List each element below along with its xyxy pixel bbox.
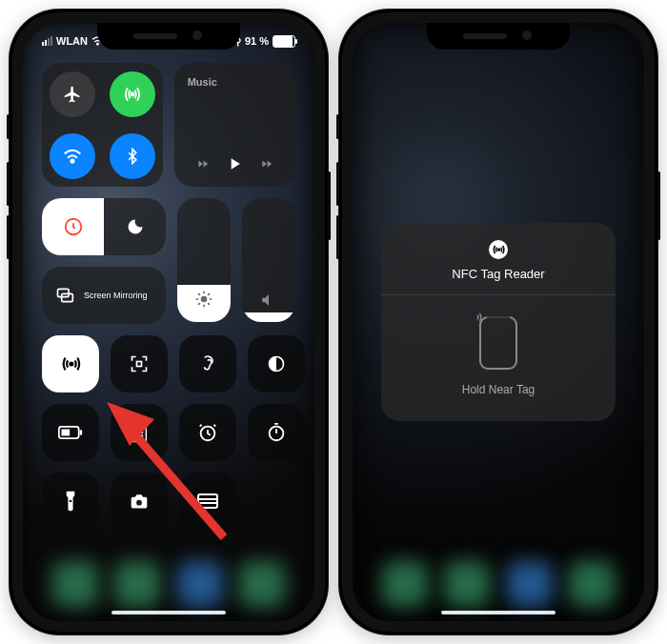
alarm-button[interactable] <box>179 404 236 461</box>
screen-mirroring-icon <box>53 286 76 305</box>
volume-down-button[interactable] <box>336 215 339 259</box>
home-indicator[interactable] <box>111 611 226 614</box>
screen-mirroring-button[interactable]: Screen Mirroring <box>42 267 166 324</box>
side-button[interactable] <box>657 171 660 240</box>
wallet-button[interactable] <box>179 473 236 530</box>
ear-icon <box>198 354 217 373</box>
controls-grid <box>42 335 295 530</box>
flashlight-button[interactable] <box>42 473 99 530</box>
svg-line-13 <box>198 303 200 305</box>
timer-icon <box>266 422 287 443</box>
focus-tile <box>42 198 166 255</box>
screen-mirroring-label: Screen Mirroring <box>84 291 148 300</box>
svg-point-31 <box>70 500 72 503</box>
svg-point-38 <box>498 249 500 251</box>
play-icon[interactable] <box>225 154 244 173</box>
svg-point-0 <box>97 43 99 45</box>
notch <box>97 23 240 50</box>
volume-up-button[interactable] <box>7 162 10 206</box>
popup-hint: Hold Near Tag <box>462 383 536 396</box>
svg-point-2 <box>71 159 73 162</box>
low-power-mode-button[interactable] <box>42 404 99 461</box>
battery-icon <box>273 35 295 48</box>
volume-icon <box>260 292 277 309</box>
do-not-disturb-toggle[interactable] <box>104 198 166 255</box>
dark-mode-icon <box>267 354 286 373</box>
wallet-icon <box>196 493 219 510</box>
svg-point-23 <box>135 432 136 433</box>
mute-switch[interactable] <box>7 114 10 139</box>
orientation-lock-toggle[interactable] <box>42 198 104 255</box>
svg-point-25 <box>141 432 142 433</box>
brightness-icon <box>194 290 213 309</box>
dark-mode-button[interactable] <box>248 335 305 392</box>
nfc-tag-reader-button[interactable] <box>42 335 99 392</box>
qr-icon <box>130 354 149 373</box>
volume-up-button[interactable] <box>336 162 339 206</box>
cellular-data-toggle[interactable] <box>110 71 155 117</box>
home-indicator[interactable] <box>441 611 556 614</box>
calculator-button[interactable] <box>111 404 168 461</box>
wifi-toggle[interactable] <box>50 133 95 179</box>
svg-point-32 <box>136 500 142 506</box>
svg-rect-33 <box>198 494 217 508</box>
media-tile[interactable]: Music <box>174 63 295 187</box>
svg-point-26 <box>135 435 136 436</box>
media-title: Music <box>188 76 282 88</box>
volume-down-button[interactable] <box>7 215 10 259</box>
nfc-icon <box>60 353 81 374</box>
svg-point-28 <box>141 435 142 436</box>
hearing-button[interactable] <box>179 335 236 392</box>
calculator-icon <box>131 422 148 443</box>
svg-point-1 <box>131 92 133 95</box>
mute-switch[interactable] <box>336 114 339 139</box>
nfc-wave-icon <box>472 311 485 324</box>
svg-rect-19 <box>80 430 83 434</box>
svg-point-15 <box>70 363 72 366</box>
svg-line-12 <box>208 303 210 305</box>
cellular-signal-icon <box>42 36 52 46</box>
svg-point-27 <box>138 435 139 436</box>
prev-track-icon[interactable] <box>194 157 212 171</box>
camera-button[interactable] <box>111 473 168 530</box>
nfc-reader-popup: NFC Tag Reader Hold Near Tag <box>381 223 616 421</box>
svg-point-24 <box>138 432 139 433</box>
svg-rect-16 <box>137 362 142 367</box>
next-track-icon[interactable] <box>258 157 275 171</box>
carrier-label: WLAN <box>56 35 88 47</box>
bluetooth-toggle[interactable] <box>110 133 155 179</box>
phone-left: WLAN ⎋ ⚲ 91 % <box>10 10 328 634</box>
control-center: Music <box>23 23 314 621</box>
battery-percent: 91 % <box>245 35 269 47</box>
svg-point-6 <box>201 296 208 303</box>
svg-line-14 <box>208 293 210 295</box>
volume-slider[interactable] <box>242 198 295 322</box>
svg-rect-20 <box>61 430 70 436</box>
svg-line-11 <box>198 293 200 295</box>
svg-point-30 <box>270 427 284 441</box>
notch <box>427 23 570 50</box>
side-button[interactable] <box>328 171 331 240</box>
nfc-icon <box>489 240 508 259</box>
flashlight-icon <box>64 490 77 513</box>
phone-right: NFC Tag Reader Hold Near Tag <box>339 10 657 634</box>
connectivity-tile[interactable] <box>42 63 163 187</box>
camera-icon <box>128 492 151 511</box>
qr-scanner-button[interactable] <box>111 335 168 392</box>
popup-title: NFC Tag Reader <box>452 267 544 281</box>
low-power-icon <box>58 426 83 439</box>
phone-outline-icon <box>479 316 517 370</box>
brightness-slider[interactable] <box>177 198 231 322</box>
timer-button[interactable] <box>248 404 305 461</box>
alarm-icon-button <box>197 422 218 443</box>
airplane-mode-toggle[interactable] <box>50 71 95 117</box>
